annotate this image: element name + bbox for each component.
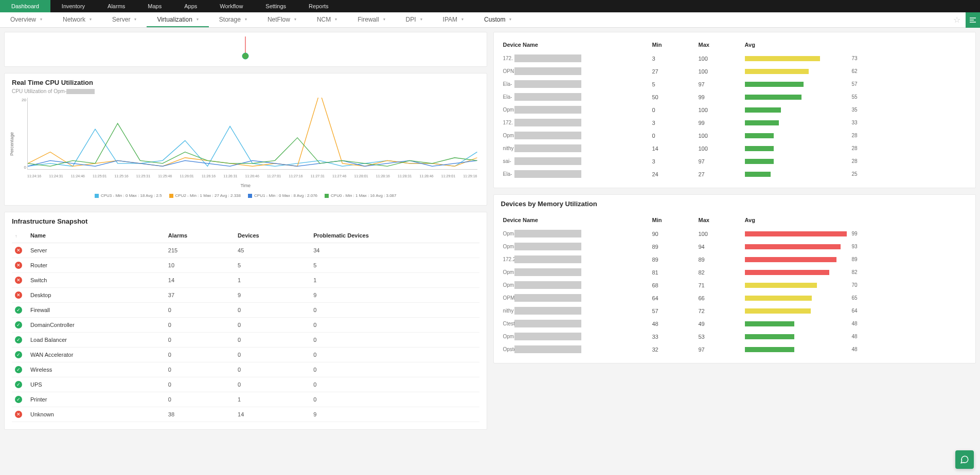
table-row[interactable]: Opm-9010099 [501,227,969,240]
chevron-down-icon: ▾ [90,17,92,22]
table-row[interactable]: Opm818282 [501,266,969,279]
chevron-down-icon: ▾ [197,17,199,22]
infra-snapshot-panel: Infrastructure Snapshot ↑NameAlarmsDevic… [4,212,487,430]
subnav-ncm[interactable]: NCM▾ [307,12,347,27]
table-row[interactable]: Ela-59757 [501,78,969,90]
subnav-firewall[interactable]: Firewall▾ [347,12,395,27]
table-row[interactable]: Opm010035 [501,103,969,116]
redacted-device-name [514,157,581,165]
cpu-util-panel: Device NameMinMaxAvg 172.310073OPN271006… [493,32,976,188]
table-row[interactable]: ✓Printer010 [12,392,479,407]
panel-toggle-button[interactable] [966,12,980,28]
table-row[interactable]: Opm010028 [501,129,969,142]
table-row[interactable]: Opm687170 [501,279,969,291]
topnav-inventory[interactable]: Inventory [50,0,96,12]
subnav-virtualization[interactable]: Virtualization▾ [147,12,208,27]
topnav-dashboard[interactable]: Dashboard [0,0,50,12]
table-row[interactable]: ✕Switch1411 [12,273,479,288]
chevron-down-icon: ▾ [245,17,247,22]
subnav-dpi[interactable]: DPI▾ [396,12,433,27]
table-row[interactable]: ✓WAN Accelerator000 [12,348,479,362]
subnav-ipam[interactable]: IPAM▾ [433,12,474,27]
mem-util-table: Device NameMinMaxAvg Opm-9010099Opm-8994… [501,213,969,356]
table-row[interactable]: ✓Wireless000 [12,362,479,377]
status-up-icon: ✓ [15,306,22,314]
redacted-device-name [514,243,581,250]
infra-header[interactable]: Name [27,228,165,243]
table-row[interactable]: nithy1410028 [501,142,969,155]
util-header[interactable]: Device Name [501,38,650,52]
topnav-apps[interactable]: Apps [173,0,208,12]
table-row[interactable]: ✕Server2154534 [12,243,479,258]
subnav-server[interactable]: Server▾ [102,12,147,27]
util-header[interactable]: Min [650,38,697,52]
table-row[interactable]: 172.310073 [501,52,969,65]
table-row[interactable]: ✓UPS000 [12,377,479,392]
infra-title: Infrastructure Snapshot [12,217,479,225]
mem-util-title: Devices by Memory Utilization [501,200,969,208]
table-row[interactable]: OPN2710062 [501,65,969,78]
table-row[interactable]: Opm-335348 [501,330,969,343]
table-row[interactable]: ✕Unknown38149 [12,407,479,422]
util-header[interactable]: Device Name [501,213,650,227]
table-row[interactable]: Ela-242725 [501,168,969,180]
util-header[interactable]: Max [697,213,743,227]
table-row[interactable]: OPM646665 [501,291,969,304]
redacted-device-name [514,307,581,315]
table-row[interactable]: Ela-509955 [501,90,969,103]
topnav-settings[interactable]: Settings [254,0,297,12]
status-down-icon: ✕ [15,411,22,418]
topnav-alarms[interactable]: Alarms [96,0,136,12]
cpu-util-table: Device NameMinMaxAvg 172.310073OPN271006… [501,38,969,180]
chevron-down-icon: ▾ [294,17,296,22]
chevron-down-icon: ▾ [335,17,337,22]
redacted-device-name [514,294,581,302]
table-row[interactable]: nithy577264 [501,304,969,317]
status-down-icon: ✕ [15,291,22,299]
table-row[interactable]: ✕Router1055 [12,258,479,273]
subnav-overview[interactable]: Overview▾ [0,12,52,27]
cpu-chart-panel: Real Time CPU Utilization CPU Utilizatio… [4,73,487,206]
topnav-reports[interactable]: Reports [297,0,340,12]
util-header[interactable]: Avg [743,213,969,227]
chevron-down-icon: ▾ [134,17,136,22]
subnav-custom[interactable]: Custom▾ [474,12,522,27]
subnav-network[interactable]: Network▾ [52,12,102,27]
redacted-device-name [514,119,581,126]
topnav-workflow[interactable]: Workflow [208,0,254,12]
table-row[interactable]: 172.39933 [501,116,969,129]
table-row[interactable]: sai-39728 [501,155,969,168]
infra-header[interactable]: Problematic Devices [310,228,479,243]
chart-ylabel: Percentage [9,132,14,156]
subnav-storage[interactable]: Storage▾ [209,12,257,27]
chart-xlabel: Time [240,183,251,188]
table-row[interactable]: ✓Load Balancer000 [12,333,479,348]
infra-header[interactable]: Alarms [165,228,235,243]
table-row[interactable]: ✓Firewall000 [12,303,479,318]
redacted-device-name [514,333,581,340]
redacted-device-name [514,67,581,75]
favorite-icon[interactable]: ☆ [948,15,966,25]
infra-header[interactable]: Devices [235,228,310,243]
util-header[interactable]: Min [650,213,697,227]
topology-stub [4,32,487,67]
redacted-hostname [66,89,95,94]
table-row[interactable]: ✓DomainController000 [12,318,479,333]
table-row[interactable]: Opm-899493 [501,240,969,253]
table-row[interactable]: Opstc329748 [501,343,969,356]
table-row[interactable]: 172.2898989 [501,253,969,266]
subnav-netflow[interactable]: NetFlow▾ [257,12,307,27]
mem-util-panel: Devices by Memory Utilization Device Nam… [493,194,976,363]
status-down-icon: ✕ [15,277,22,284]
top-nav: DashboardInventoryAlarmsMapsAppsWorkflow… [0,0,980,12]
chart-legend: CPU3 - Min : 0 Max : 18 Avg : 2.5CPU2 - … [12,193,479,198]
table-row[interactable]: Ctest484948 [501,317,969,330]
table-row[interactable]: ✕Desktop3799 [12,288,479,303]
topnav-maps[interactable]: Maps [136,0,173,12]
util-header[interactable]: Max [697,38,743,52]
redacted-device-name [514,320,581,327]
redacted-device-name [514,144,581,152]
cpu-chart-subtitle: CPU Utilization of Opm- [12,88,66,94]
redacted-device-name [514,170,581,178]
util-header[interactable]: Avg [743,38,969,52]
